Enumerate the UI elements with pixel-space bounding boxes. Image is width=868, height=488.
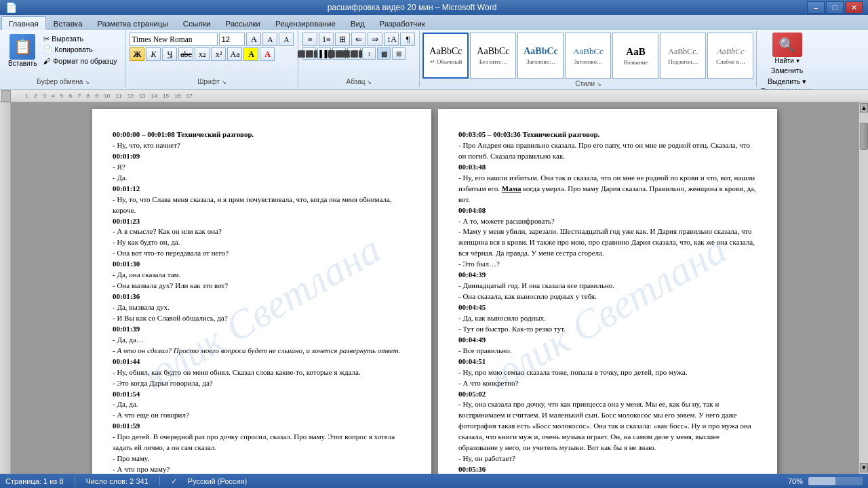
decrease-indent-button[interactable]: ⇐ <box>351 33 366 46</box>
multilevel-button[interactable]: ⊞ <box>335 33 350 46</box>
styles-group: AaBbCc ↵ Обычный AaBbCc Без инте… AaBbCc… <box>420 31 757 87</box>
cut-button[interactable]: ✂ Вырезать <box>41 34 119 43</box>
clear-format-button[interactable]: A <box>279 33 294 46</box>
style-title[interactable]: AaB Название <box>612 33 658 79</box>
vertical-scrollbar[interactable]: ▲ ▼ <box>859 102 868 474</box>
find-button[interactable]: 🔍 Найти ▾ <box>772 33 802 64</box>
left-page-content[interactable]: 00:00:00 – 00:01:08 Технический разговор… <box>113 129 411 474</box>
italic-button[interactable]: К <box>146 47 161 61</box>
language[interactable]: Русский (Россия) <box>188 477 247 485</box>
strikethrough-button[interactable]: abc <box>178 47 193 61</box>
tab-home[interactable]: Главная <box>1 16 46 30</box>
text-case-button[interactable]: Aa <box>227 47 242 61</box>
underline-button[interactable]: Ч <box>162 47 177 61</box>
style-no-spacing[interactable]: AaBbCc Без инте… <box>470 33 516 79</box>
justify-button[interactable]: ⬛⬛⬛ <box>347 47 361 60</box>
bold-button[interactable]: Ж <box>130 47 144 61</box>
right-page-content[interactable]: 00:03:05 – 00:03:36 Технический разговор… <box>458 129 757 474</box>
close-button[interactable]: ✕ <box>845 1 863 14</box>
ribbon: Главная Вставка Разметка страницы Ссылки… <box>0 15 868 90</box>
paragraph-group: ≡ 1≡ ⊞ ⇐ ⇒ ↕A ¶ ⬛⬛⬛ ▐▐▐ ⬛⬛⬛ ⬛⬛⬛ ↕ ▩ ⊞ <box>298 31 420 87</box>
font-name-input[interactable] <box>130 33 218 46</box>
tab-developer[interactable]: Разработчик <box>372 16 433 30</box>
style-normal[interactable]: AaBbCc ↵ Обычный <box>422 33 469 79</box>
left-page: юлик Светлана 00:00:00 – 00:01:08 Технич… <box>92 109 431 474</box>
vertical-ruler <box>0 102 11 474</box>
maximize-button[interactable]: □ <box>826 1 844 14</box>
spell-check-icon: ✓ <box>171 477 177 486</box>
paste-icon: 📋 <box>9 34 35 60</box>
font-color-button[interactable]: A <box>260 47 275 61</box>
editing-group: 🔍 Найти ▾ Заменить Выделить ▾ Редактиров… <box>757 31 816 87</box>
replace-button[interactable]: Заменить <box>768 66 806 75</box>
borders-button[interactable]: ⊞ <box>392 47 406 60</box>
font-group-label: Шрифт ↘ <box>197 78 226 85</box>
subscript-button[interactable]: x₂ <box>195 47 210 61</box>
select-button[interactable]: Выделить ▾ <box>765 77 809 86</box>
style-heading1[interactable]: AaBbCc Заголово… <box>517 33 564 79</box>
document-area: юлик Светлана 00:00:00 – 00:01:08 Технич… <box>0 102 868 474</box>
font-group: A A A Ж К Ч abc x₂ x² Aa A A Шрифт ↘ <box>125 31 298 87</box>
styles-group-label: Стили ↘ <box>575 80 601 87</box>
style-heading2[interactable]: AaBbCc Заголово… <box>565 33 611 79</box>
sort-button[interactable]: ↕A <box>384 33 399 46</box>
tab-view[interactable]: Вид <box>343 16 372 30</box>
shrink-font-button[interactable]: A <box>262 33 277 46</box>
tab-references[interactable]: Ссылки <box>176 16 218 30</box>
ribbon-content: 📋 Вставить ✂ Вырезать 📄 Копировать 🖌 Фор… <box>0 30 868 89</box>
right-page: юлик Светлана 00:03:05 – 00:03:36 Технич… <box>438 109 777 474</box>
tab-page-layout[interactable]: Разметка страницы <box>90 16 176 30</box>
align-left-button[interactable]: ⬛⬛⬛ <box>302 47 316 60</box>
word-count: Число слов: 2 341 <box>86 477 149 485</box>
tab-mailings[interactable]: Рассылки <box>218 16 268 30</box>
style-subtle-emphasis[interactable]: AaBbCc Слабое в… <box>707 33 753 79</box>
horizontal-ruler: ·1· ·2· ·3· ·4· ·5· ·6· ·7· ·8· ·9· ·10·… <box>0 90 868 102</box>
tab-insert[interactable]: Вставка <box>46 16 90 30</box>
clipboard-group: 📋 Вставить ✂ Вырезать 📄 Копировать 🖌 Фор… <box>3 31 125 87</box>
style-subtitle[interactable]: AaBbCc. Подзагол… <box>660 33 706 79</box>
title-bar: 📄 расшифровка видео 20 мин – Microsoft W… <box>0 0 868 15</box>
numbering-button[interactable]: 1≡ <box>319 33 334 46</box>
ribbon-tab-bar: Главная Вставка Разметка страницы Ссылки… <box>0 15 868 30</box>
page-info: Страница: 1 из 8 <box>5 477 64 485</box>
clipboard-group-label: Буфер обмена ↘ <box>37 78 90 85</box>
format-painter-button[interactable]: 🖌 Формат по образцу <box>41 56 119 66</box>
tab-review[interactable]: Рецензирование <box>268 16 343 30</box>
paste-button[interactable]: 📋 Вставить <box>7 33 38 68</box>
shading-button[interactable]: ▩ <box>377 47 391 60</box>
bullets-button[interactable]: ≡ <box>302 33 317 46</box>
scrollbar-thumb[interactable] <box>860 123 868 150</box>
increase-indent-button[interactable]: ⇒ <box>368 33 382 46</box>
zoom-level[interactable]: 70% <box>788 477 803 485</box>
superscript-button[interactable]: x² <box>211 47 226 61</box>
highlight-button[interactable]: A <box>243 47 258 61</box>
window-title: расшифровка видео 20 мин – Microsoft Wor… <box>17 3 807 12</box>
line-spacing-button[interactable]: ↕ <box>362 47 376 60</box>
status-bar: Страница: 1 из 8 Число слов: 2 341 ✓ Рус… <box>0 474 868 488</box>
copy-button[interactable]: 📄 Копировать <box>41 45 119 55</box>
minimize-button[interactable]: – <box>807 1 825 14</box>
grow-font-button[interactable]: A <box>246 33 261 46</box>
show-formatting-button[interactable]: ¶ <box>400 33 415 46</box>
pages-container: юлик Светлана 00:00:00 – 00:01:08 Технич… <box>11 102 859 474</box>
font-size-input[interactable] <box>219 33 245 46</box>
paragraph-group-label: Абзац ↘ <box>347 78 372 85</box>
